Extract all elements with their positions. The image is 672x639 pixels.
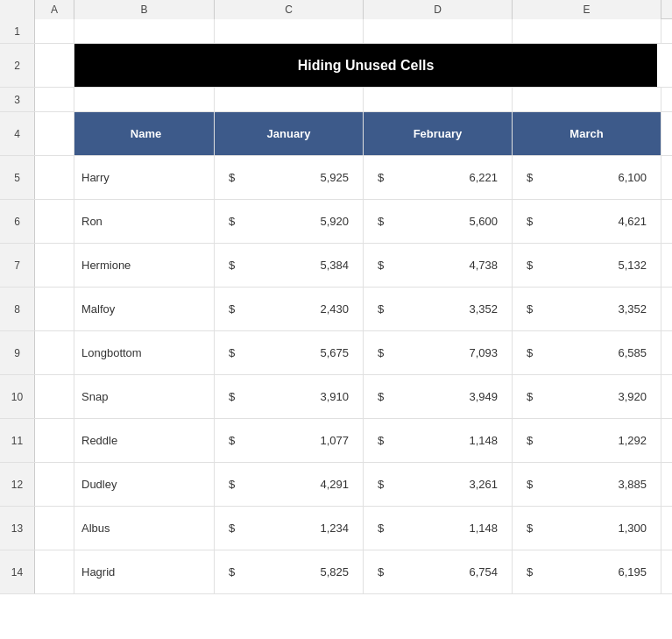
cell-10c[interactable]: $ 3,910 xyxy=(215,375,364,418)
title-cell[interactable]: Hiding Unused Cells xyxy=(74,44,657,87)
amount-7-mar: 5,132 xyxy=(618,259,647,272)
cell-13e[interactable]: $ 1,300 xyxy=(513,507,661,550)
dollar-10-mar: $ xyxy=(527,390,533,403)
cell-1e[interactable] xyxy=(513,19,661,43)
grid-row-4: 4 Name January February March xyxy=(0,112,672,156)
cell-12b[interactable]: Dudley xyxy=(74,463,215,506)
amount-7-feb: 4,738 xyxy=(469,259,498,272)
cell-10a[interactable] xyxy=(35,375,74,418)
cell-1d[interactable] xyxy=(364,19,513,43)
cell-9a[interactable] xyxy=(35,331,74,374)
cell-11d[interactable]: $ 1,148 xyxy=(364,419,513,462)
cell-11a[interactable] xyxy=(35,419,74,462)
cell-12d[interactable]: $ 3,261 xyxy=(364,463,513,506)
cell-13a[interactable] xyxy=(35,507,74,550)
amount-10-mar: 3,920 xyxy=(618,390,647,403)
grid-row-12: 12 Dudley $ 4,291 $ 3,261 $ 3,885 xyxy=(0,463,672,507)
cell-7e[interactable]: $ 5,132 xyxy=(513,244,661,287)
cell-3b[interactable] xyxy=(74,88,215,111)
cell-6b[interactable]: Ron xyxy=(74,200,215,243)
name-0: Harry xyxy=(81,171,110,184)
cell-14b[interactable]: Hagrid xyxy=(74,550,215,593)
dollar-5-feb: $ xyxy=(378,171,384,184)
cell-8b[interactable]: Malfoy xyxy=(74,288,215,330)
row-header-5: 5 xyxy=(0,156,35,199)
header-february[interactable]: February xyxy=(364,112,513,155)
cell-9e[interactable]: $ 6,585 xyxy=(513,331,661,374)
cell-8c[interactable]: $ 2,430 xyxy=(215,288,364,330)
cell-3c[interactable] xyxy=(215,88,364,111)
header-march[interactable]: March xyxy=(513,112,661,155)
amount-13-feb: 1,148 xyxy=(469,522,498,535)
cell-10e[interactable]: $ 3,920 xyxy=(513,375,661,418)
cell-5a[interactable] xyxy=(35,156,74,199)
cell-7d[interactable]: $ 4,738 xyxy=(364,244,513,287)
cell-5e[interactable]: $ 6,100 xyxy=(513,156,661,199)
cell-6c[interactable]: $ 5,920 xyxy=(215,200,364,243)
cell-1a[interactable] xyxy=(35,19,74,43)
cell-5b[interactable]: Harry xyxy=(74,156,215,199)
cell-1c[interactable] xyxy=(215,19,364,43)
cell-14a[interactable] xyxy=(35,550,74,593)
amount-12-mar: 3,885 xyxy=(618,478,647,491)
grid-row-8: 8 Malfoy $ 2,430 $ 3,352 $ 3,352 xyxy=(0,288,672,331)
cell-6e[interactable]: $ 4,621 xyxy=(513,200,661,243)
cell-4a[interactable] xyxy=(35,112,74,155)
row-header-14: 14 xyxy=(0,550,35,593)
cell-10d[interactable]: $ 3,949 xyxy=(364,375,513,418)
dollar-13-feb: $ xyxy=(378,522,384,535)
cell-13c[interactable]: $ 1,234 xyxy=(215,507,364,550)
cell-8d[interactable]: $ 3,352 xyxy=(364,288,513,330)
amount-14-feb: 6,754 xyxy=(469,565,498,579)
grid-row-13: 13 Albus $ 1,234 $ 1,148 $ 1,300 xyxy=(0,507,672,550)
cell-11c[interactable]: $ 1,077 xyxy=(215,419,364,462)
cell-3a[interactable] xyxy=(35,88,74,111)
grid-row-10: 10 Snap $ 3,910 $ 3,949 $ 3,920 xyxy=(0,375,672,419)
cell-9c[interactable]: $ 5,675 xyxy=(215,331,364,374)
cell-14d[interactable]: $ 6,754 xyxy=(364,550,513,593)
header-name[interactable]: Name xyxy=(74,112,215,155)
amount-6-mar: 4,621 xyxy=(618,215,647,228)
amount-13-mar: 1,300 xyxy=(618,522,647,535)
cell-9b[interactable]: Longbottom xyxy=(74,331,215,374)
cell-8a[interactable] xyxy=(35,288,74,330)
dollar-8-mar: $ xyxy=(527,302,533,316)
cell-14c[interactable]: $ 5,825 xyxy=(215,550,364,593)
cell-5c[interactable]: $ 5,925 xyxy=(215,156,364,199)
cell-6a[interactable] xyxy=(35,200,74,243)
cell-13b[interactable]: Albus xyxy=(74,507,215,550)
amount-11-feb: 1,148 xyxy=(469,434,498,447)
cell-7c[interactable]: $ 5,384 xyxy=(215,244,364,287)
cell-3d[interactable] xyxy=(364,88,513,111)
amount-6-jan: 5,920 xyxy=(320,215,349,228)
amount-9-jan: 5,675 xyxy=(320,346,349,359)
header-january[interactable]: January xyxy=(215,112,364,155)
corner-cell xyxy=(0,0,35,19)
cell-1b[interactable] xyxy=(74,19,215,43)
dollar-5-mar: $ xyxy=(527,171,533,184)
dollar-10-feb: $ xyxy=(378,390,384,403)
cell-12c[interactable]: $ 4,291 xyxy=(215,463,364,506)
cell-14e[interactable]: $ 6,195 xyxy=(513,550,661,593)
grid-row-3: 3 xyxy=(0,88,672,112)
cell-3e[interactable] xyxy=(513,88,661,111)
amount-10-feb: 3,949 xyxy=(469,390,498,403)
cell-11e[interactable]: $ 1,292 xyxy=(513,419,661,462)
cell-12a[interactable] xyxy=(35,463,74,506)
cell-12e[interactable]: $ 3,885 xyxy=(513,463,661,506)
cell-7b[interactable]: Hermione xyxy=(74,244,215,287)
cell-9d[interactable]: $ 7,093 xyxy=(364,331,513,374)
amount-5-feb: 6,221 xyxy=(469,171,498,184)
col-header-b: B xyxy=(74,0,215,19)
cell-8e[interactable]: $ 3,352 xyxy=(513,288,661,330)
cell-13d[interactable]: $ 1,148 xyxy=(364,507,513,550)
cell-11b[interactable]: Reddle xyxy=(74,419,215,462)
cell-2a[interactable] xyxy=(35,44,74,87)
cell-6d[interactable]: $ 5,600 xyxy=(364,200,513,243)
dollar-9-jan: $ xyxy=(229,346,235,359)
dollar-11-feb: $ xyxy=(378,434,384,447)
cell-10b[interactable]: Snap xyxy=(74,375,215,418)
grid-row-9: 9 Longbottom $ 5,675 $ 7,093 $ 6,585 xyxy=(0,331,672,375)
cell-5d[interactable]: $ 6,221 xyxy=(364,156,513,199)
cell-7a[interactable] xyxy=(35,244,74,287)
